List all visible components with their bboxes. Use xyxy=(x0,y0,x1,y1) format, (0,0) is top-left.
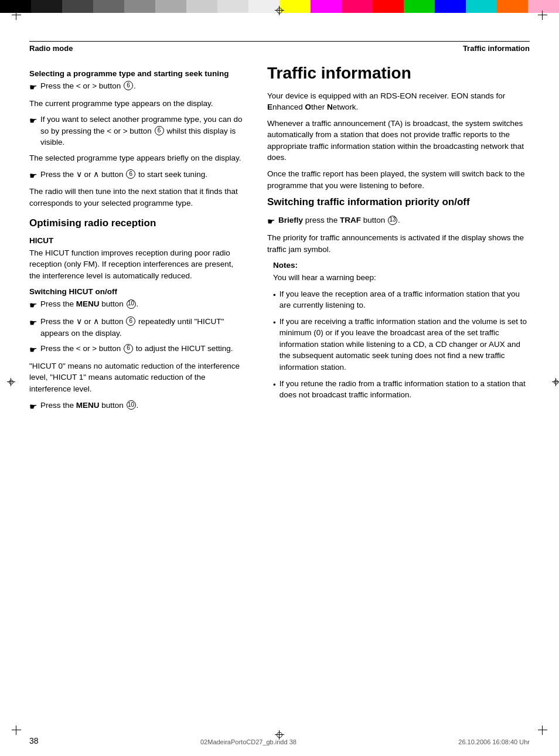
paragraph: The selected programme type appears brie… xyxy=(29,152,246,164)
circled-num: 10 xyxy=(127,299,136,309)
arrow-icon: ☛ xyxy=(29,114,37,127)
circled-num: 6 xyxy=(126,316,135,326)
color-bar-right xyxy=(280,0,559,13)
content-columns: Selecting a programme type and starting … xyxy=(29,63,530,417)
traffic-activation-note: The priority for traffic announcements i… xyxy=(267,232,530,255)
arrow-icon: ☛ xyxy=(267,215,275,228)
left-column: Selecting a programme type and starting … xyxy=(29,63,246,417)
header-right-label: Traffic information xyxy=(463,44,530,53)
crosshair-bottom-left xyxy=(12,726,21,735)
section2-title: Optimising radio reception xyxy=(29,217,246,230)
bullet-dot: • xyxy=(273,317,276,329)
bullet-text: Press the MENU button 10. xyxy=(40,400,246,411)
bullet-text: If you want to select another programme … xyxy=(40,114,246,148)
traffic-para1: Whenever a traffic announcement (TA) is … xyxy=(267,118,530,164)
bullet-item: ☛ Press the < or > button 6. xyxy=(29,80,246,94)
note-text: If you are receiving a traffic informati… xyxy=(280,316,530,373)
right-column: Traffic information Your device is equip… xyxy=(267,63,530,417)
hicut-label: HICUT xyxy=(29,236,246,245)
page-number: 38 xyxy=(29,736,39,745)
hicut-description: The HICUT function improves reception du… xyxy=(29,247,246,282)
color-bar-left xyxy=(0,0,280,13)
arrow-icon: ☛ xyxy=(29,316,37,329)
note-text: If you retune the radio from a traffic i… xyxy=(280,378,530,401)
bullet-item: ☛ Briefly press the TRAF button 13. xyxy=(267,214,530,228)
bullet-item: ☛ If you want to select another programm… xyxy=(29,114,246,148)
list-item: • If you leave the reception area of a t… xyxy=(273,288,530,311)
arrow-icon: ☛ xyxy=(29,169,37,182)
notes-box: Notes: You will hear a warning beep: • I… xyxy=(273,261,530,401)
arrow-icon: ☛ xyxy=(29,299,37,312)
bullet-text: Press the ∨ or ∧ button 6 to start seek … xyxy=(40,169,246,181)
arrow-icon: ☛ xyxy=(29,81,37,94)
header-left-label: Radio mode xyxy=(29,44,73,53)
bullet-item: ☛ Press the MENU button 10. xyxy=(29,298,246,312)
footer-right-text: 26.10.2006 16:08:40 Uhr xyxy=(458,738,530,745)
bullet-dot: • xyxy=(273,290,276,301)
circled-num: 13 xyxy=(388,216,397,225)
bullet-text: Press the ∨ or ∧ button 6 repeatedly unt… xyxy=(40,316,246,339)
traffic-info-title: Traffic information xyxy=(267,63,530,83)
list-item: • If you retune the radio from a traffic… xyxy=(273,378,530,401)
bullet-item: ☛ Press the MENU button 10. xyxy=(29,400,246,413)
circled-num: 6 xyxy=(126,169,135,179)
paragraph: The radio will then tune into the next s… xyxy=(29,186,246,209)
bullet-text: Briefly press the TRAF button 13. xyxy=(278,214,530,226)
page-footer: 38 02MadeiraPortoCD27_gb.indd 38 26.10.2… xyxy=(29,736,530,745)
page-header: Radio mode Traffic information xyxy=(29,41,530,53)
switching-traffic-title: Switching traffic information priority o… xyxy=(267,196,530,209)
arrow-icon: ☛ xyxy=(29,400,37,413)
crosshair-top-left xyxy=(12,11,21,20)
traffic-intro: Your device is equipped with an RDS-EON … xyxy=(267,90,530,113)
hicut-explanation: "HICUT 0" means no automatic reduction o… xyxy=(29,360,246,395)
notes-title: Notes: xyxy=(273,261,530,270)
switching-hicut-title: Switching HICUT on/off xyxy=(29,287,246,296)
arrow-icon: ☛ xyxy=(29,343,37,356)
footer-center-text: 02MadeiraPortoCD27_gb.indd 38 xyxy=(200,738,296,745)
bullet-text: Press the < or > button 6 to adjust the … xyxy=(40,343,246,355)
bullet-text: Press the MENU button 10. xyxy=(40,298,246,310)
bullet-dot: • xyxy=(273,379,276,391)
notes-intro: You will hear a warning beep: xyxy=(273,272,530,284)
crosshair-bottom-right xyxy=(538,726,547,735)
note-text: If you leave the reception area of a tra… xyxy=(280,288,530,311)
page: Radio mode Traffic information Selecting… xyxy=(0,0,559,756)
bullet-text: Press the < or > button 6. xyxy=(40,80,246,92)
circled-num: 6 xyxy=(124,81,133,90)
bullet-item: ☛ Press the ∨ or ∧ button 6 repeatedly u… xyxy=(29,316,246,339)
bullet-item: ☛ Press the ∨ or ∧ button 6 to start see… xyxy=(29,169,246,182)
paragraph: The current programme type appears on th… xyxy=(29,98,246,110)
crosshair-top-right xyxy=(538,11,547,20)
circled-num: 6 xyxy=(124,344,133,353)
bullet-item: ☛ Press the < or > button 6 to adjust th… xyxy=(29,343,246,356)
list-item: • If you are receiving a traffic informa… xyxy=(273,316,530,373)
circled-num: 6 xyxy=(155,126,164,135)
circled-num: 10 xyxy=(127,400,136,410)
section1-title: Selecting a programme type and starting … xyxy=(29,69,246,78)
traffic-para2: Once the traffic report has been played,… xyxy=(267,168,530,191)
reg-mark-top xyxy=(275,6,284,15)
